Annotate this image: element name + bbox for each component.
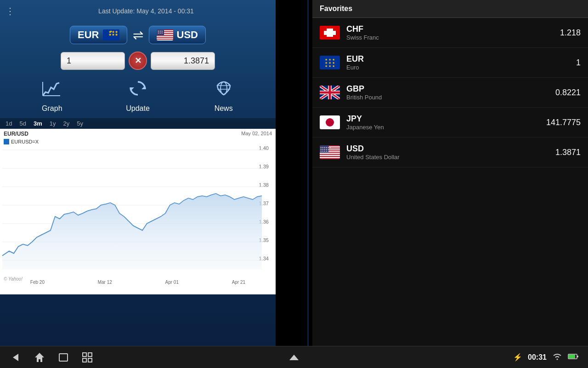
to-flag: ★★★ ★★★ bbox=[157, 29, 173, 40]
svg-marker-64 bbox=[13, 354, 18, 361]
jpy-code: JPY bbox=[346, 114, 546, 124]
period-1y[interactable]: 1y bbox=[50, 120, 56, 127]
action-row: Graph Update New bbox=[0, 74, 276, 118]
eur-code: EUR bbox=[346, 54, 576, 64]
battery-icon bbox=[568, 353, 579, 362]
back-button[interactable] bbox=[9, 351, 22, 364]
chf-name: Swiss Franc bbox=[346, 34, 560, 41]
chf-rate: 1.218 bbox=[560, 28, 581, 38]
period-5d[interactable]: 5d bbox=[19, 120, 26, 127]
flag-eur: ★ ★ ★ ★ ★ ★ ★ ★ ★ bbox=[320, 56, 340, 69]
eur-info: EUR Euro bbox=[346, 54, 576, 71]
to-amount-input[interactable] bbox=[151, 52, 215, 70]
gbp-code: GBP bbox=[346, 84, 555, 94]
period-1d[interactable]: 1d bbox=[6, 120, 12, 127]
svg-rect-73 bbox=[577, 356, 578, 357]
eur-name: Euro bbox=[346, 64, 576, 71]
to-currency-pill[interactable]: ★★★ ★★★ USD bbox=[149, 26, 206, 44]
nav-left-buttons bbox=[9, 351, 199, 364]
x-label-3: Apr 01 bbox=[165, 280, 178, 285]
update-label: Update bbox=[126, 104, 150, 113]
favorite-item-jpy[interactable]: JPY Japanese Yen 141.7775 bbox=[312, 108, 588, 138]
legend-label: EURUSD=X bbox=[11, 139, 39, 144]
navigation-bar: ⚡ 00:31 bbox=[0, 346, 588, 368]
news-label: News bbox=[215, 104, 233, 113]
usd-rate: 1.3871 bbox=[555, 148, 581, 157]
svg-rect-10 bbox=[157, 40, 173, 40]
period-5y[interactable]: 5y bbox=[77, 120, 83, 127]
x-label-1: Feb 20 bbox=[30, 280, 45, 285]
svg-marker-71 bbox=[289, 355, 299, 360]
svg-text:★★★: ★★★ bbox=[108, 30, 118, 34]
graph-button[interactable]: Graph bbox=[29, 79, 75, 113]
favorite-item-eur[interactable]: ★ ★ ★ ★ ★ ★ ★ ★ ★ EUR Euro 1 bbox=[312, 48, 588, 78]
svg-point-52 bbox=[326, 118, 334, 126]
right-panel: Favorites CHF Swiss Franc 1.218 ★ ★ ★ ★ … bbox=[312, 0, 588, 350]
favorite-item-gbp[interactable]: GBP British Pound 0.8221 bbox=[312, 78, 588, 108]
favorite-item-chf[interactable]: CHF Swiss Franc 1.218 bbox=[312, 18, 588, 48]
yahoo-watermark: © Yahoo! bbox=[4, 276, 23, 282]
currency-selector: EUR ★★★ ★★★ ⇌ bbox=[0, 22, 276, 48]
jpy-name: Japanese Yen bbox=[346, 124, 546, 131]
usd-name: United States Dollar bbox=[346, 154, 555, 161]
svg-text:★★★★★★: ★★★★★★ bbox=[320, 150, 331, 152]
up-button[interactable] bbox=[288, 351, 300, 364]
legend-color-box bbox=[4, 139, 9, 144]
us-flag-icon: ★★★ ★★★ bbox=[157, 29, 173, 40]
chart-header: EUR/USD May 02, 2014 bbox=[0, 129, 276, 139]
clear-icon: ✕ bbox=[135, 56, 141, 66]
x-label-4: Apr 21 bbox=[232, 280, 245, 285]
news-button[interactable]: News bbox=[201, 79, 247, 113]
svg-text:★ ★ ★: ★ ★ ★ bbox=[325, 61, 335, 64]
from-currency-pill[interactable]: EUR ★★★ ★★★ bbox=[70, 26, 127, 44]
period-3m[interactable]: 3m bbox=[34, 120, 42, 127]
time-period-bar: 1d 5d 3m 1y 2y 5y bbox=[0, 118, 276, 129]
update-icon bbox=[128, 79, 148, 102]
graph-icon bbox=[42, 79, 62, 102]
from-amount-input[interactable] bbox=[61, 52, 125, 70]
svg-text:★ ★ ★: ★ ★ ★ bbox=[325, 64, 335, 68]
status-time: 00:31 bbox=[528, 353, 547, 362]
recents-button[interactable] bbox=[57, 351, 70, 364]
top-bar: ⋮ Last Update: May 4, 2014 - 00:31 bbox=[0, 0, 276, 22]
chf-info: CHF Swiss Franc bbox=[346, 24, 560, 41]
chart-svg: 1.40 1.39 1.38 1.37 1.36 1.35 1.34 bbox=[0, 145, 276, 274]
jpy-info: JPY Japanese Yen bbox=[346, 114, 546, 131]
chart-svg-container: 1.40 1.39 1.38 1.37 1.36 1.35 1.34 bbox=[0, 145, 276, 279]
wifi-icon bbox=[552, 353, 562, 362]
grid-button[interactable] bbox=[81, 351, 94, 364]
eu-flag-icon: ★★★ ★★★ bbox=[103, 29, 119, 40]
flag-gbp bbox=[320, 86, 340, 99]
svg-rect-36 bbox=[328, 29, 332, 37]
flag-usd: ★★★★★★ ★★★★★ ★★★★★★ bbox=[320, 145, 340, 159]
clear-button[interactable]: ✕ bbox=[129, 52, 147, 70]
favorites-title: Favorites bbox=[320, 5, 352, 12]
svg-rect-9 bbox=[157, 38, 173, 39]
gbp-info: GBP British Pound bbox=[346, 84, 555, 101]
favorite-item-usd[interactable]: ★★★★★★ ★★★★★ ★★★★★★ USD United States Do… bbox=[312, 138, 588, 167]
chart-title: EUR/USD bbox=[4, 131, 28, 137]
menu-button[interactable]: ⋮ bbox=[6, 6, 15, 17]
svg-rect-68 bbox=[88, 353, 92, 356]
svg-rect-69 bbox=[83, 358, 86, 362]
graph-label: Graph bbox=[42, 104, 62, 113]
from-currency-label: EUR bbox=[78, 29, 99, 41]
home-button[interactable] bbox=[33, 351, 46, 364]
svg-point-18 bbox=[220, 82, 227, 95]
svg-rect-8 bbox=[157, 36, 173, 37]
amount-row: ✕ bbox=[0, 48, 276, 74]
gbp-name: British Pound bbox=[346, 94, 555, 101]
period-2y[interactable]: 2y bbox=[63, 120, 69, 127]
svg-rect-57 bbox=[320, 153, 340, 154]
chart-x-labels: Feb 20 Mar 12 Apr 01 Apr 21 bbox=[0, 279, 276, 286]
swap-button[interactable]: ⇌ bbox=[133, 28, 143, 43]
chf-code: CHF bbox=[346, 24, 560, 34]
update-button[interactable]: Update bbox=[115, 79, 161, 113]
x-label-2: Mar 12 bbox=[98, 280, 112, 285]
svg-rect-70 bbox=[88, 358, 92, 362]
to-currency-label: USD bbox=[177, 29, 198, 41]
eur-rate: 1 bbox=[576, 58, 581, 68]
left-panel: ⋮ Last Update: May 4, 2014 - 00:31 EUR ★… bbox=[0, 0, 276, 350]
svg-rect-59 bbox=[320, 157, 340, 158]
svg-rect-50 bbox=[320, 92, 340, 94]
